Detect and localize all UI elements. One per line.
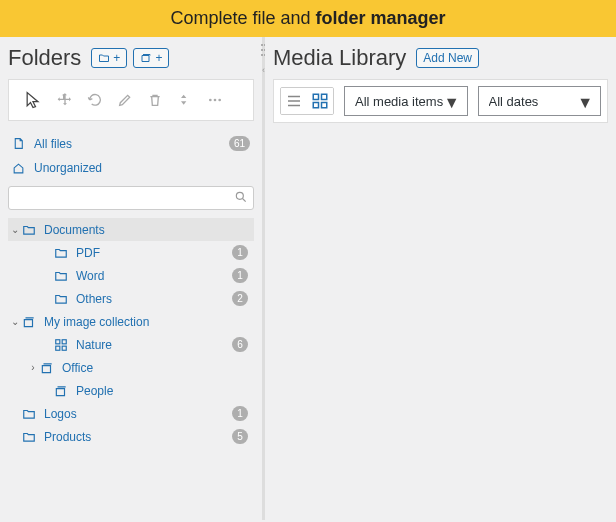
count-badge: 2 [232,291,248,306]
cursor-icon [23,90,43,110]
svg-rect-7 [62,346,66,350]
new-folder-button[interactable]: + [91,48,127,68]
folder-icon [22,407,38,421]
svg-rect-17 [322,103,327,108]
unorganized-link[interactable]: Unorganized [8,156,254,180]
chevron-down-icon[interactable]: ⌄ [8,316,22,327]
home-icon [12,162,26,175]
content-title: Media Library [273,45,406,71]
media-content: Media Library Add New All media items ▼ [265,37,616,520]
node-label: People [76,384,113,398]
count-badge: 5 [232,429,248,444]
banner-text-pre: Complete file and [170,8,315,28]
count-badge: 6 [232,337,248,352]
folder-tree: ⌄DocumentsPDF1Word1Others2⌄My image coll… [8,218,254,448]
search-icon [234,190,248,204]
count-badge: 1 [232,268,248,283]
tree-node[interactable]: People [8,379,254,402]
sort-icon[interactable] [177,92,193,108]
filter-type-select[interactable]: All media items [344,86,468,116]
node-label: Others [76,292,112,306]
sidebar-toolbar [8,79,254,121]
media-toolbar: All media items ▼ All dates ▼ [273,79,608,123]
svg-rect-5 [62,339,66,343]
collection-icon [54,384,70,398]
tree-node[interactable]: Word1 [8,264,254,287]
svg-rect-16 [313,103,318,108]
refresh-icon[interactable] [87,92,103,108]
tree-node[interactable]: ⌄My image collection [8,310,254,333]
svg-point-2 [218,99,221,102]
tree-node[interactable]: PDF1 [8,241,254,264]
gallery-icon [54,338,70,352]
tree-node[interactable]: ›Office [8,356,254,379]
svg-rect-4 [56,339,60,343]
grid-view-button[interactable] [307,88,333,114]
tree-node[interactable]: Logos1 [8,402,254,425]
svg-point-10 [261,49,263,51]
tree-node[interactable]: Products5 [8,425,254,448]
view-toggle [280,87,334,115]
svg-point-1 [214,99,217,102]
count-badge: 1 [232,245,248,260]
svg-rect-14 [313,94,318,99]
count-badge: 1 [232,406,248,421]
collection-icon [40,361,56,375]
folder-plus-icon [98,52,110,64]
node-label: Products [44,430,91,444]
promo-banner: Complete file and folder manager [0,0,616,37]
all-files-count: 61 [229,136,250,151]
more-icon[interactable] [207,92,223,108]
tree-node[interactable]: Others2 [8,287,254,310]
list-view-button[interactable] [281,88,307,114]
tree-node[interactable]: ⌄Documents [8,218,254,241]
svg-rect-15 [322,94,327,99]
folder-icon [22,430,38,444]
list-icon [285,92,303,110]
node-label: PDF [76,246,100,260]
tree-node[interactable]: Nature6 [8,333,254,356]
node-label: Office [62,361,93,375]
folder-icon [54,269,70,283]
folder-icon [54,246,70,260]
add-new-button[interactable]: Add New [416,48,479,68]
banner-text-bold: folder manager [316,8,446,28]
collection-icon [22,315,38,329]
quick-links: All files 61 Unorganized [8,131,254,180]
sidebar-header: Folders + + [8,45,254,71]
all-files-label: All files [34,137,72,151]
folder-icon [54,292,70,306]
node-label: Logos [44,407,77,421]
search-input[interactable] [8,186,254,210]
new-collection-button[interactable]: + [133,48,169,68]
svg-point-8 [261,44,263,46]
collection-plus-icon [140,52,152,64]
folders-sidebar: Folders + + All files [0,37,262,520]
trash-icon[interactable] [147,92,163,108]
svg-rect-6 [56,346,60,350]
node-label: Word [76,269,104,283]
svg-point-0 [209,99,212,102]
unorganized-label: Unorganized [34,161,102,175]
folder-icon [22,223,38,237]
grid-icon [311,92,329,110]
svg-point-3 [236,192,243,199]
node-label: Nature [76,338,112,352]
node-label: Documents [44,223,105,237]
main-layout: Folders + + All files [0,37,616,520]
content-header: Media Library Add New [273,45,608,71]
sidebar-title: Folders [8,45,81,71]
chevron-right-icon[interactable]: › [26,362,40,373]
file-icon [12,137,26,150]
filter-type: All media items ▼ [344,86,468,116]
move-icon[interactable] [57,92,73,108]
filter-date: All dates ▼ [478,86,602,116]
node-label: My image collection [44,315,149,329]
svg-point-12 [261,54,263,56]
filter-date-select[interactable]: All dates [478,86,602,116]
all-files-link[interactable]: All files 61 [8,131,254,156]
chevron-down-icon[interactable]: ⌄ [8,224,22,235]
edit-icon[interactable] [117,92,133,108]
folder-search [8,186,254,210]
